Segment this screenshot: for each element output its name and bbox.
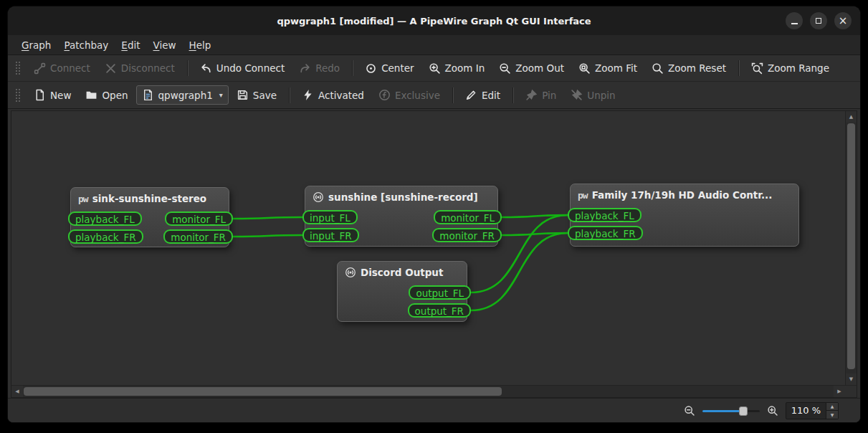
scroll-right-button[interactable]: ▶ [834, 386, 845, 397]
scroll-down-button[interactable]: ▼ [846, 373, 857, 385]
minimize-button[interactable] [786, 12, 803, 29]
port-input-playback-fl[interactable]: playback_FL [568, 208, 642, 222]
current-patchbay-selector[interactable]: qpwgraph1 ▾ [136, 85, 229, 105]
zoom-out-button[interactable]: Zoom Out [492, 59, 571, 78]
zoom-range-button[interactable]: Zoom Range [745, 59, 836, 78]
node-header: Discord Output [338, 262, 467, 278]
edit-toggle-button[interactable]: Edit [459, 85, 507, 105]
zoom-spin-up-button[interactable]: ▲ [826, 403, 838, 411]
pipewire-icon: pw [78, 194, 88, 204]
new-label: New [50, 90, 71, 101]
menu-graph[interactable]: Graph [15, 37, 57, 54]
port-output-monitor-fr[interactable]: monitor_FR [432, 228, 502, 242]
zoom-out-icon[interactable] [684, 405, 695, 417]
edit-label: Edit [482, 90, 500, 101]
port-output-monitor-fl[interactable]: monitor_FL [434, 210, 502, 224]
disconnect-button[interactable]: Disconnect [98, 59, 181, 78]
zoom-slider-handle[interactable] [739, 406, 748, 416]
zoom-in-icon[interactable] [767, 405, 778, 417]
pin-button[interactable]: Pin [519, 85, 563, 105]
graph-node-sunshine[interactable]: sunshine [sunshine-record] input_FL inpu… [305, 186, 498, 247]
title-bar[interactable]: qpwgraph1 [modified] — A PipeWire Graph … [8, 6, 860, 35]
toolbar-grip[interactable] [15, 60, 21, 76]
graph-node-discord-output[interactable]: Discord Output output_FL output_FR [337, 261, 467, 322]
undo-connect-button[interactable]: Undo Connect [194, 59, 291, 78]
graph-toolbar: Connect Disconnect Undo Connect Redo Cen… [8, 55, 860, 82]
port-output-fr[interactable]: output_FR [408, 303, 471, 318]
port-input-playback-fr[interactable]: playback_FR [68, 229, 143, 244]
port-input-fr[interactable]: input_FR [302, 228, 359, 242]
toolbar-separator [512, 87, 513, 103]
toolbar-grip[interactable] [15, 87, 21, 103]
unpin-button[interactable]: Unpin [564, 85, 621, 105]
menu-view[interactable]: View [147, 37, 183, 54]
zoom-reset-label: Zoom Reset [668, 62, 726, 74]
horizontal-scroll-track[interactable] [23, 386, 834, 397]
graph-view: pw sink-sunshine-stereo playback_FL play… [11, 110, 857, 398]
connection-wire [502, 233, 568, 235]
zoom-value: 110 % [786, 403, 826, 419]
zoom-fit-icon [578, 62, 591, 75]
maximize-icon [816, 18, 821, 24]
undo-connect-label: Undo Connect [216, 62, 285, 74]
port-input-playback-fr[interactable]: playback_FR [568, 226, 643, 240]
edit-pencil-icon [465, 89, 477, 101]
new-file-icon [34, 89, 46, 101]
window-controls: × [786, 12, 852, 29]
redo-button[interactable]: Redo [292, 59, 346, 78]
graph-canvas[interactable]: pw sink-sunshine-stereo playback_FL play… [11, 111, 845, 385]
menu-help[interactable]: Help [183, 37, 218, 54]
app-window: qpwgraph1 [modified] — A PipeWire Graph … [7, 6, 861, 423]
node-title: sunshine [sunshine-record] [328, 191, 478, 203]
open-label: Open [102, 90, 128, 101]
menu-patchbay[interactable]: Patchbay [57, 37, 115, 54]
menu-edit-label-rest: dit [128, 39, 140, 51]
zoom-spin-down-button[interactable]: ▼ [826, 410, 838, 419]
port-input-playback-fl[interactable]: playback_FL [68, 211, 142, 226]
connect-button[interactable]: Connect [27, 59, 97, 78]
horizontal-scroll-thumb[interactable] [24, 387, 502, 396]
close-button[interactable]: × [834, 12, 852, 29]
new-patchbay-button[interactable]: New [27, 85, 77, 105]
node-title: Family 17h/19h HD Audio Contr... [592, 189, 773, 201]
zoom-in-button[interactable]: Zoom In [422, 59, 492, 78]
zoom-reset-button[interactable]: Zoom Reset [645, 59, 733, 78]
menu-edit[interactable]: Edit [115, 37, 146, 54]
zoom-slider-fill [702, 410, 744, 412]
patchbay-toolbar: New Open qpwgraph1 ▾ Save Activated Excl… [8, 82, 860, 109]
open-patchbay-button[interactable]: Open [79, 85, 134, 105]
connection-wire [502, 215, 568, 217]
scroll-up-button[interactable]: ▲ [846, 111, 857, 123]
vertical-scroll-track[interactable] [846, 123, 857, 373]
graph-node-sink-sunshine-stereo[interactable]: pw sink-sunshine-stereo playback_FL play… [70, 187, 229, 247]
save-patchbay-button[interactable]: Save [230, 85, 283, 105]
node-title: sink-sunshine-stereo [92, 193, 207, 204]
graph-node-family-hd-audio[interactable]: pw Family 17h/19h HD Audio Contr... play… [570, 184, 799, 247]
disconnect-icon [105, 62, 117, 75]
node-title: Discord Output [361, 267, 443, 278]
port-input-fl[interactable]: input_FL [302, 210, 358, 224]
toolbar-separator [187, 60, 188, 76]
unpin-icon [571, 89, 583, 101]
zoom-fit-button[interactable]: Zoom Fit [572, 59, 644, 78]
scroll-right-icon: ▶ [837, 389, 841, 394]
vertical-scroll-thumb[interactable] [847, 123, 855, 369]
scrollbar-corner [845, 386, 857, 397]
maximize-button[interactable] [810, 12, 827, 29]
center-button[interactable]: Center [358, 59, 420, 78]
activated-label: Activated [318, 90, 364, 101]
scroll-left-button[interactable]: ◀ [11, 386, 23, 397]
chevron-down-icon: ▾ [219, 91, 223, 99]
scroll-left-icon: ◀ [15, 389, 19, 394]
activated-toggle-button[interactable]: Activated [295, 85, 371, 105]
zoom-spinbox[interactable]: 110 % ▲ ▼ [786, 402, 839, 419]
redo-icon [299, 62, 311, 75]
port-output-monitor-fr[interactable]: monitor_FR [163, 229, 233, 244]
port-output-fl[interactable]: output_FL [409, 285, 471, 300]
zoom-slider[interactable] [702, 406, 760, 416]
menu-patchbay-label-rest: atchbay [70, 39, 108, 51]
port-output-monitor-fl[interactable]: monitor_FL [165, 211, 233, 226]
menu-view-label-rest: iew [159, 39, 176, 51]
zoom-in-icon [429, 62, 441, 75]
exclusive-toggle-button[interactable]: Exclusive [372, 85, 447, 105]
